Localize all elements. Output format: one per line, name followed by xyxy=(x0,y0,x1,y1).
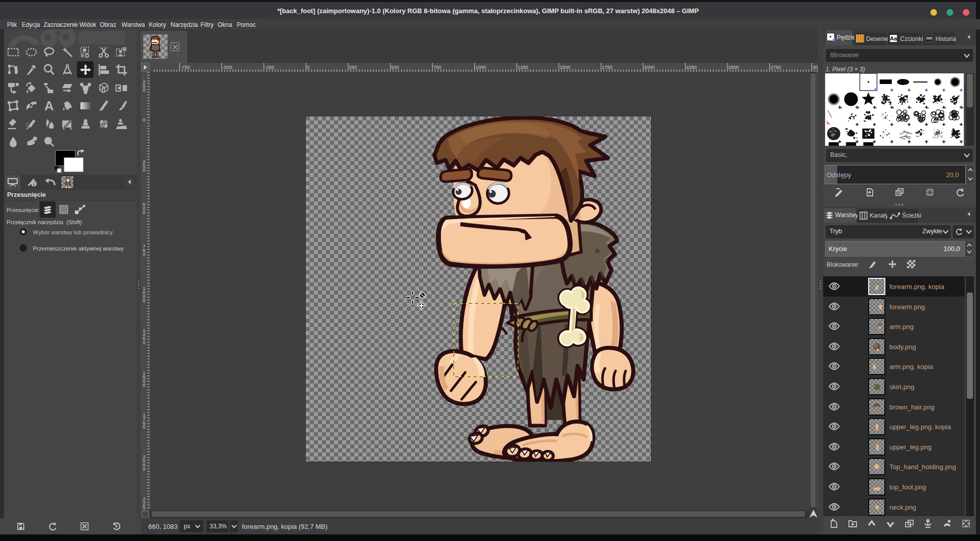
svg-text:-500: -500 xyxy=(223,64,232,70)
svg-text:0: 0 xyxy=(143,340,145,345)
svg-text:1250: 1250 xyxy=(517,64,528,70)
svg-text:0: 0 xyxy=(143,210,145,215)
svg-text:2250: 2250 xyxy=(686,64,697,70)
svg-text:0: 0 xyxy=(143,298,145,303)
svg-text:-250: -250 xyxy=(265,64,274,70)
svg-text:2750: 2750 xyxy=(770,64,781,70)
svg-text:0: 0 xyxy=(143,117,145,122)
svg-text:1750: 1750 xyxy=(602,64,612,70)
svg-text:0: 0 xyxy=(143,466,145,472)
svg-text:250: 250 xyxy=(349,64,357,70)
svg-text:2500: 2500 xyxy=(728,64,739,70)
svg-text:500: 500 xyxy=(391,64,399,70)
svg-text:0: 0 xyxy=(143,252,145,257)
svg-text:750: 750 xyxy=(433,64,441,70)
svg-text:0: 0 xyxy=(143,87,145,93)
svg-text:0: 0 xyxy=(143,167,145,173)
svg-text:0: 0 xyxy=(307,64,309,70)
svg-text:A: A xyxy=(45,100,54,112)
svg-text:1500: 1500 xyxy=(560,64,570,70)
svg-text:-750: -750 xyxy=(180,64,190,70)
svg-text:3000: 3000 xyxy=(812,64,818,70)
svg-text:0: 0 xyxy=(143,424,145,430)
svg-text:0: 0 xyxy=(143,382,145,388)
svg-text:2000: 2000 xyxy=(644,64,655,70)
svg-text:1000: 1000 xyxy=(475,64,486,70)
